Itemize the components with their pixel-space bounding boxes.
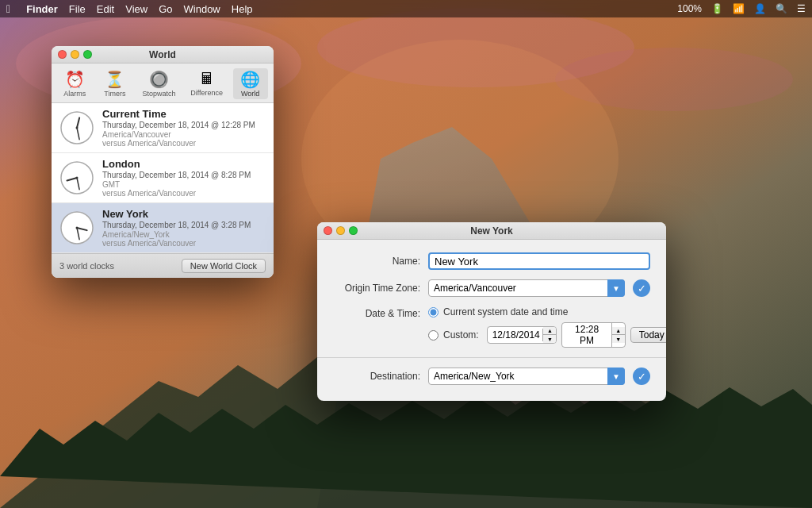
name-input[interactable] bbox=[428, 252, 650, 270]
window-title: World bbox=[149, 49, 176, 60]
clock-item-london[interactable]: London Thursday, December 18, 2014 @ 8:2… bbox=[52, 153, 274, 203]
tab-timers-label: Timers bbox=[104, 90, 125, 98]
date-stepper-buttons: ▲ ▼ bbox=[543, 327, 556, 343]
apple-menu[interactable]:  bbox=[6, 2, 10, 15]
date-stepper[interactable]: 12/18/2014 ▲ ▼ bbox=[487, 326, 557, 344]
search-icon[interactable]: 🔍 bbox=[776, 3, 787, 14]
time-up-button[interactable]: ▲ bbox=[612, 327, 625, 335]
clock-city-current: Current Time bbox=[102, 108, 266, 120]
time-down-button[interactable]: ▼ bbox=[612, 335, 625, 343]
destination-label: Destination: bbox=[333, 371, 420, 382]
datetime-label: Date & Time: bbox=[333, 306, 420, 319]
name-label: Name: bbox=[333, 256, 420, 267]
dialog-divider bbox=[317, 357, 666, 358]
menu-view[interactable]: View bbox=[125, 3, 147, 15]
clocks-count-label: 3 world clocks bbox=[59, 261, 114, 271]
stopwatch-icon: 🔘 bbox=[149, 70, 169, 89]
tab-timers[interactable]: ⏳ Timers bbox=[98, 68, 132, 99]
time-stepper[interactable]: 12:28 PM ▲ ▼ bbox=[561, 322, 625, 348]
dialog-maximize-button[interactable] bbox=[349, 226, 358, 235]
clock-versus-newyork: versus America/Vancouver bbox=[102, 239, 266, 248]
time-stepper-buttons: ▲ ▼ bbox=[612, 327, 625, 343]
dialog-titlebar: New York bbox=[317, 222, 666, 240]
new-world-clock-button[interactable]: New World Clock bbox=[182, 259, 266, 273]
timers-icon: ⏳ bbox=[105, 70, 124, 89]
list-icon[interactable]: ☰ bbox=[797, 3, 806, 14]
clock-info-london: London Thursday, December 18, 2014 @ 8:2… bbox=[102, 158, 266, 198]
tab-stopwatch[interactable]: 🔘 Stopwatch bbox=[138, 68, 181, 99]
origin-dropdown[interactable]: America/Vancouver America/New_York Europ… bbox=[428, 279, 625, 297]
window-bottom-bar: 3 world clocks New World Clock bbox=[52, 253, 274, 278]
battery-percent: 100% bbox=[677, 3, 702, 14]
tab-alarms[interactable]: ⏰ Alarms bbox=[57, 68, 92, 99]
clock-city-newyork: New York bbox=[102, 208, 266, 220]
menu-file[interactable]: File bbox=[69, 3, 86, 15]
origin-confirm-button[interactable]: ✓ bbox=[633, 279, 650, 297]
world-clock-window: World ⏰ Alarms ⏳ Timers 🔘 Stopwatch 🖩 Di… bbox=[52, 46, 274, 278]
minimize-button[interactable] bbox=[71, 50, 79, 59]
dialog-close-button[interactable] bbox=[324, 226, 332, 235]
close-button[interactable] bbox=[58, 50, 67, 59]
clock-datetime-london: Thursday, December 18, 2014 @ 8:28 PM bbox=[102, 170, 266, 180]
clock-timezone-current: America/Vancouver bbox=[102, 130, 266, 139]
tab-difference[interactable]: 🖩 Difference bbox=[186, 68, 228, 99]
menu-go[interactable]: Go bbox=[159, 3, 172, 15]
clock-info-current: Current Time Thursday, December 18, 2014… bbox=[102, 108, 266, 148]
menubar-right: 100% 🔋 📶 👤 🔍 ☰ bbox=[677, 3, 806, 14]
clock-info-newyork: New York Thursday, December 18, 2014 @ 3… bbox=[102, 208, 266, 248]
clock-datetime-current: Thursday, December 18, 2014 @ 12:28 PM bbox=[102, 120, 266, 130]
tab-world[interactable]: 🌐 World bbox=[233, 68, 268, 99]
destination-dropdown-wrapper: America/New_York America/Vancouver Europ… bbox=[428, 368, 625, 385]
custom-time-row: Custom: 12/18/2014 ▲ ▼ 12:28 PM bbox=[428, 322, 666, 348]
custom-fields: 12/18/2014 ▲ ▼ 12:28 PM ▲ ▼ bbox=[487, 322, 666, 348]
clock-versus-london: versus America/Vancouver bbox=[102, 189, 266, 198]
system-time-label: Current system date and time bbox=[443, 306, 568, 318]
name-row: Name: bbox=[333, 252, 650, 270]
maximize-button[interactable] bbox=[83, 50, 92, 59]
clock-face-london bbox=[59, 160, 94, 195]
dialog-minimize-button[interactable] bbox=[336, 226, 345, 235]
clock-face-current bbox=[59, 110, 94, 145]
clock-face-newyork bbox=[59, 210, 94, 245]
origin-label: Origin Time Zone: bbox=[333, 283, 420, 294]
tab-difference-label: Difference bbox=[190, 89, 223, 97]
tab-stopwatch-label: Stopwatch bbox=[143, 90, 176, 98]
custom-time-label: Custom: bbox=[443, 329, 479, 341]
date-down-button[interactable]: ▼ bbox=[543, 335, 556, 343]
today-button[interactable]: Today bbox=[630, 327, 666, 343]
menubar:  Finder File Edit View Go Window Help 1… bbox=[0, 0, 812, 17]
system-time-row: Current system date and time bbox=[428, 306, 666, 318]
battery-icon: 🔋 bbox=[711, 3, 723, 14]
clock-city-london: London bbox=[102, 158, 266, 170]
datetime-row: Date & Time: Current system date and tim… bbox=[333, 306, 650, 348]
dialog-title: New York bbox=[470, 225, 513, 237]
traffic-lights bbox=[58, 50, 92, 59]
user-icon[interactable]: 👤 bbox=[754, 3, 766, 14]
tab-world-label: World bbox=[241, 90, 259, 98]
difference-icon: 🖩 bbox=[199, 70, 215, 88]
datetime-radio-group: Current system date and time Custom: 12/… bbox=[428, 306, 666, 348]
custom-time-radio[interactable] bbox=[428, 330, 439, 341]
edit-dialog: New York Name: Origin Time Zone: America… bbox=[317, 222, 666, 401]
origin-timezone-row: Origin Time Zone: America/Vancouver Amer… bbox=[333, 279, 650, 297]
tab-bar: ⏰ Alarms ⏳ Timers 🔘 Stopwatch 🖩 Differen… bbox=[52, 64, 274, 103]
clock-versus-current: versus America/Vancouver bbox=[102, 139, 266, 148]
date-up-button[interactable]: ▲ bbox=[543, 327, 556, 335]
menubar-left:  Finder File Edit View Go Window Help bbox=[6, 2, 253, 15]
wifi-icon[interactable]: 📶 bbox=[733, 3, 745, 14]
dialog-body: Name: Origin Time Zone: America/Vancouve… bbox=[317, 240, 666, 401]
tab-alarms-label: Alarms bbox=[63, 90, 86, 98]
clock-item-newyork[interactable]: New York Thursday, December 18, 2014 @ 3… bbox=[52, 203, 274, 253]
clock-timezone-newyork: America/New_York bbox=[102, 230, 266, 239]
clock-item-current[interactable]: Current Time Thursday, December 18, 2014… bbox=[52, 103, 274, 153]
world-icon: 🌐 bbox=[240, 70, 260, 89]
menu-help[interactable]: Help bbox=[232, 3, 253, 15]
destination-row: Destination: America/New_York America/Va… bbox=[333, 368, 650, 385]
destination-dropdown[interactable]: America/New_York America/Vancouver Europ… bbox=[428, 368, 625, 385]
menu-window[interactable]: Window bbox=[184, 3, 220, 15]
menu-edit[interactable]: Edit bbox=[97, 3, 114, 15]
destination-confirm-button[interactable]: ✓ bbox=[633, 368, 650, 385]
clock-timezone-london: GMT bbox=[102, 180, 266, 189]
system-time-radio[interactable] bbox=[428, 307, 439, 318]
menu-finder[interactable]: Finder bbox=[26, 3, 58, 15]
